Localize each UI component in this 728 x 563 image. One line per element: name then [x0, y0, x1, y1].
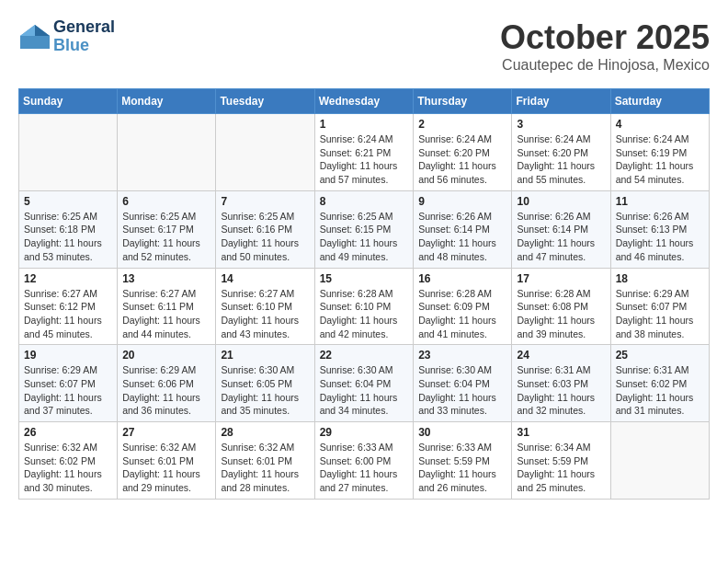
calendar-body: 1Sunrise: 6:24 AM Sunset: 6:21 PM Daylig… — [19, 114, 710, 500]
page-header: General Blue October 2025 Cuautepec de H… — [18, 18, 710, 74]
day-number: 23 — [418, 349, 506, 362]
calendar-cell: 1Sunrise: 6:24 AM Sunset: 6:21 PM Daylig… — [314, 114, 414, 191]
day-info: Sunrise: 6:29 AM Sunset: 6:06 PM Dayligh… — [122, 363, 210, 418]
calendar-cell: 22Sunrise: 6:30 AM Sunset: 6:04 PM Dayli… — [314, 345, 414, 422]
day-info: Sunrise: 6:32 AM Sunset: 6:01 PM Dayligh… — [122, 441, 210, 495]
day-info: Sunrise: 6:24 AM Sunset: 6:19 PM Dayligh… — [616, 132, 704, 187]
calendar-cell: 27Sunrise: 6:32 AM Sunset: 6:01 PM Dayli… — [118, 422, 216, 500]
calendar-cell: 10Sunrise: 6:26 AM Sunset: 6:14 PM Dayli… — [512, 190, 610, 268]
day-number: 24 — [517, 349, 605, 362]
day-number: 11 — [616, 195, 704, 208]
calendar-cell — [19, 114, 118, 191]
month-title: October 2025 — [500, 18, 710, 57]
calendar-cell: 24Sunrise: 6:31 AM Sunset: 6:03 PM Dayli… — [512, 345, 610, 422]
day-info: Sunrise: 6:26 AM Sunset: 6:14 PM Dayligh… — [418, 210, 506, 264]
calendar-cell: 29Sunrise: 6:33 AM Sunset: 6:00 PM Dayli… — [314, 422, 414, 500]
calendar-header-tuesday: Tuesday — [216, 89, 314, 114]
logo-line1: General — [53, 18, 115, 37]
logo-icon — [18, 23, 51, 51]
calendar-cell: 18Sunrise: 6:29 AM Sunset: 6:07 PM Dayli… — [610, 268, 709, 345]
calendar-cell: 8Sunrise: 6:25 AM Sunset: 6:15 PM Daylig… — [314, 190, 414, 268]
day-info: Sunrise: 6:26 AM Sunset: 6:13 PM Dayligh… — [616, 210, 704, 264]
day-info: Sunrise: 6:29 AM Sunset: 6:07 PM Dayligh… — [24, 363, 112, 418]
day-number: 15 — [320, 272, 409, 285]
day-info: Sunrise: 6:34 AM Sunset: 5:59 PM Dayligh… — [517, 441, 605, 495]
day-info: Sunrise: 6:33 AM Sunset: 5:59 PM Dayligh… — [418, 441, 506, 495]
calendar-cell: 26Sunrise: 6:32 AM Sunset: 6:02 PM Dayli… — [19, 422, 118, 500]
day-number: 8 — [320, 195, 409, 208]
calendar-cell — [216, 114, 314, 191]
calendar-week-1: 1Sunrise: 6:24 AM Sunset: 6:21 PM Daylig… — [19, 114, 710, 191]
logo-text: General Blue — [53, 18, 115, 55]
day-number: 3 — [517, 118, 605, 131]
day-number: 6 — [122, 195, 210, 208]
day-info: Sunrise: 6:27 AM Sunset: 6:11 PM Dayligh… — [122, 287, 210, 341]
calendar-cell: 17Sunrise: 6:28 AM Sunset: 6:08 PM Dayli… — [512, 268, 610, 345]
day-number: 17 — [517, 272, 605, 285]
day-number: 7 — [221, 195, 309, 208]
svg-marker-2 — [20, 25, 35, 36]
day-info: Sunrise: 6:31 AM Sunset: 6:03 PM Dayligh… — [517, 363, 605, 418]
day-number: 29 — [320, 426, 409, 439]
day-number: 10 — [517, 195, 605, 208]
day-number: 31 — [517, 426, 605, 439]
calendar-cell: 15Sunrise: 6:28 AM Sunset: 6:10 PM Dayli… — [314, 268, 414, 345]
day-info: Sunrise: 6:29 AM Sunset: 6:07 PM Dayligh… — [616, 287, 704, 341]
calendar-header-friday: Friday — [512, 89, 610, 114]
day-info: Sunrise: 6:30 AM Sunset: 6:04 PM Dayligh… — [418, 363, 506, 418]
calendar-cell — [610, 422, 709, 500]
calendar-header-saturday: Saturday — [610, 89, 709, 114]
day-info: Sunrise: 6:24 AM Sunset: 6:20 PM Dayligh… — [418, 132, 506, 187]
day-info: Sunrise: 6:28 AM Sunset: 6:09 PM Dayligh… — [418, 287, 506, 341]
calendar-week-3: 12Sunrise: 6:27 AM Sunset: 6:12 PM Dayli… — [19, 268, 710, 345]
day-info: Sunrise: 6:27 AM Sunset: 6:10 PM Dayligh… — [221, 287, 309, 341]
day-info: Sunrise: 6:30 AM Sunset: 6:04 PM Dayligh… — [320, 363, 409, 418]
calendar-week-5: 26Sunrise: 6:32 AM Sunset: 6:02 PM Dayli… — [19, 422, 710, 500]
calendar-cell: 30Sunrise: 6:33 AM Sunset: 5:59 PM Dayli… — [414, 422, 512, 500]
calendar-cell: 3Sunrise: 6:24 AM Sunset: 6:20 PM Daylig… — [512, 114, 610, 191]
day-number: 19 — [24, 349, 112, 362]
day-info: Sunrise: 6:27 AM Sunset: 6:12 PM Dayligh… — [24, 287, 112, 341]
calendar-cell: 2Sunrise: 6:24 AM Sunset: 6:20 PM Daylig… — [414, 114, 512, 191]
day-number: 16 — [418, 272, 506, 285]
day-info: Sunrise: 6:25 AM Sunset: 6:15 PM Dayligh… — [320, 210, 409, 264]
day-number: 1 — [320, 118, 409, 131]
day-info: Sunrise: 6:25 AM Sunset: 6:18 PM Dayligh… — [24, 210, 112, 264]
day-info: Sunrise: 6:30 AM Sunset: 6:05 PM Dayligh… — [221, 363, 309, 418]
day-info: Sunrise: 6:31 AM Sunset: 6:02 PM Dayligh… — [616, 363, 704, 418]
calendar-week-4: 19Sunrise: 6:29 AM Sunset: 6:07 PM Dayli… — [19, 345, 710, 422]
day-number: 2 — [418, 118, 506, 131]
calendar: SundayMondayTuesdayWednesdayThursdayFrid… — [18, 88, 710, 500]
day-number: 18 — [616, 272, 704, 285]
day-info: Sunrise: 6:33 AM Sunset: 6:00 PM Dayligh… — [320, 441, 409, 495]
day-number: 9 — [418, 195, 506, 208]
location-title: Cuautepec de Hinojosa, Mexico — [500, 57, 710, 74]
day-info: Sunrise: 6:32 AM Sunset: 6:02 PM Dayligh… — [24, 441, 112, 495]
calendar-header-thursday: Thursday — [414, 89, 512, 114]
day-info: Sunrise: 6:28 AM Sunset: 6:08 PM Dayligh… — [517, 287, 605, 341]
svg-marker-1 — [35, 25, 50, 36]
calendar-cell: 9Sunrise: 6:26 AM Sunset: 6:14 PM Daylig… — [414, 190, 512, 268]
calendar-cell — [118, 114, 216, 191]
calendar-cell: 21Sunrise: 6:30 AM Sunset: 6:05 PM Dayli… — [216, 345, 314, 422]
calendar-cell: 31Sunrise: 6:34 AM Sunset: 5:59 PM Dayli… — [512, 422, 610, 500]
calendar-cell: 5Sunrise: 6:25 AM Sunset: 6:18 PM Daylig… — [19, 190, 118, 268]
day-number: 26 — [24, 426, 112, 439]
day-number: 5 — [24, 195, 112, 208]
day-number: 22 — [320, 349, 409, 362]
day-number: 30 — [418, 426, 506, 439]
calendar-cell: 11Sunrise: 6:26 AM Sunset: 6:13 PM Dayli… — [610, 190, 709, 268]
day-number: 4 — [616, 118, 704, 131]
calendar-header-monday: Monday — [118, 89, 216, 114]
logo-line2: Blue — [53, 37, 115, 55]
day-info: Sunrise: 6:28 AM Sunset: 6:10 PM Dayligh… — [320, 287, 409, 341]
day-number: 21 — [221, 349, 309, 362]
calendar-cell: 7Sunrise: 6:25 AM Sunset: 6:16 PM Daylig… — [216, 190, 314, 268]
calendar-cell: 12Sunrise: 6:27 AM Sunset: 6:12 PM Dayli… — [19, 268, 118, 345]
calendar-cell: 6Sunrise: 6:25 AM Sunset: 6:17 PM Daylig… — [118, 190, 216, 268]
calendar-cell: 13Sunrise: 6:27 AM Sunset: 6:11 PM Dayli… — [118, 268, 216, 345]
logo: General Blue — [18, 18, 115, 55]
day-info: Sunrise: 6:26 AM Sunset: 6:14 PM Dayligh… — [517, 210, 605, 264]
title-block: October 2025 Cuautepec de Hinojosa, Mexi… — [500, 18, 710, 74]
day-info: Sunrise: 6:32 AM Sunset: 6:01 PM Dayligh… — [221, 441, 309, 495]
